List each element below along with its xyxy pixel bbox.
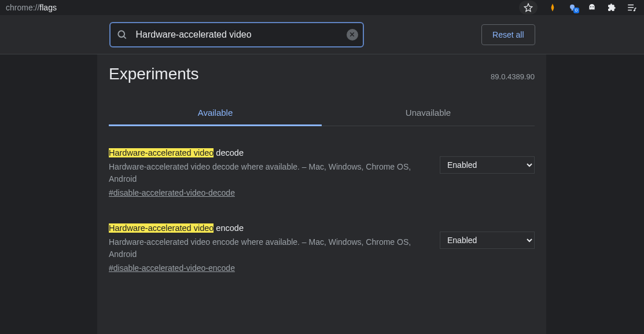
search-container: [109, 22, 364, 47]
flag-text: Hardware-accelerated video decodeHardwar…: [109, 148, 427, 198]
extension-blue-icon[interactable]: 0: [568, 3, 577, 12]
flags-list: Hardware-accelerated video decodeHardwar…: [109, 148, 535, 273]
header-band: Reset all: [0, 15, 644, 54]
tabs: Available Unavailable: [109, 100, 535, 126]
extension-orange-icon[interactable]: [548, 3, 557, 12]
main-panel: Experiments 89.0.4389.90 Available Unava…: [97, 54, 546, 334]
version-label: 89.0.4389.90: [491, 72, 535, 81]
flag-hash-link[interactable]: #disable-accelerated-video-decode: [109, 188, 235, 197]
flag-row: Hardware-accelerated video decodeHardwar…: [109, 148, 535, 198]
browser-omnibox-bar: chrome:// flags 0: [0, 0, 644, 15]
reset-all-button[interactable]: Reset all: [481, 24, 535, 45]
svg-rect-1: [572, 8, 573, 10]
address-bar[interactable]: chrome:// flags: [5, 3, 57, 12]
flag-text: Hardware-accelerated video encodeHardwar…: [109, 223, 427, 273]
search-input[interactable]: [109, 22, 364, 47]
browser-right-icons: 0: [519, 1, 639, 14]
search-icon: [116, 29, 128, 41]
svg-point-4: [634, 10, 635, 12]
bookmark-star-icon[interactable]: [519, 1, 538, 14]
extension-ghost-icon[interactable]: [587, 3, 597, 12]
highlight-match: Hardware-accelerated video: [109, 148, 214, 157]
tab-available[interactable]: Available: [109, 100, 322, 126]
url-scheme: chrome://: [6, 3, 39, 12]
flag-state-select[interactable]: DefaultEnabledDisabled: [440, 156, 535, 174]
svg-point-2: [590, 6, 591, 8]
flag-title: Hardware-accelerated video decode: [109, 148, 427, 157]
flag-title: Hardware-accelerated video encode: [109, 223, 427, 233]
playlist-icon[interactable]: [627, 2, 637, 13]
url-path: flags: [39, 3, 57, 12]
svg-point-3: [593, 6, 594, 8]
extensions-puzzle-icon[interactable]: [607, 3, 616, 12]
svg-line-6: [123, 36, 126, 38]
flag-state-select[interactable]: DefaultEnabledDisabled: [440, 232, 535, 249]
clear-search-icon[interactable]: [347, 29, 358, 41]
flag-hash-link[interactable]: #disable-accelerated-video-encode: [109, 263, 235, 273]
highlight-match: Hardware-accelerated video: [109, 223, 214, 233]
svg-point-5: [118, 31, 124, 37]
flag-row: Hardware-accelerated video encodeHardwar…: [109, 223, 535, 273]
flag-description: Hardware-accelerated video decode where …: [109, 161, 427, 185]
flag-description: Hardware-accelerated video encode where …: [109, 236, 427, 260]
tab-unavailable[interactable]: Unavailable: [322, 100, 535, 126]
notification-badge: 0: [573, 8, 579, 13]
page-title: Experiments: [109, 65, 199, 83]
